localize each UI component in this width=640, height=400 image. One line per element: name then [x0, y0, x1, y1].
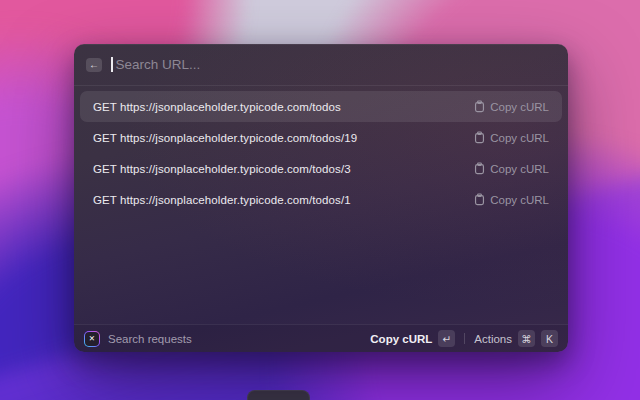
k-key: K: [541, 330, 558, 347]
extension-icon-glyph: ✕: [89, 335, 95, 343]
results-list: GET https://jsonplaceholder.typicode.com…: [74, 86, 568, 215]
dock-peek: [247, 390, 310, 400]
footer-actions: Copy cURL ↵ Actions ⌘ K: [370, 330, 558, 347]
search-input[interactable]: Search URL...: [113, 44, 557, 85]
row-action: Copy cURL: [474, 193, 549, 206]
primary-action-button[interactable]: Copy cURL: [370, 333, 432, 345]
row-action: Copy cURL: [474, 162, 549, 175]
extension-icon: ✕: [84, 331, 100, 347]
row-action: Copy cURL: [474, 131, 549, 144]
row-action-label: Copy cURL: [490, 132, 549, 144]
clipboard-icon: [474, 193, 485, 206]
request-row[interactable]: GET https://jsonplaceholder.typicode.com…: [80, 91, 562, 122]
footer: ✕ Search requests Copy cURL ↵ Actions ⌘ …: [74, 324, 568, 352]
clipboard-icon: [474, 131, 485, 144]
search-bar: ← Search URL...: [74, 44, 568, 86]
row-action-label: Copy cURL: [490, 194, 549, 206]
request-row[interactable]: GET https://jsonplaceholder.typicode.com…: [80, 184, 562, 215]
request-label: GET https://jsonplaceholder.typicode.com…: [93, 194, 351, 206]
return-key: ↵: [438, 330, 455, 347]
request-label: GET https://jsonplaceholder.typicode.com…: [93, 101, 341, 113]
request-row[interactable]: GET https://jsonplaceholder.typicode.com…: [80, 122, 562, 153]
clipboard-icon: [474, 100, 485, 113]
row-action: Copy cURL: [474, 100, 549, 113]
back-arrow-icon: ←: [89, 60, 99, 70]
command-palette-window: ← Search URL... GET https://jsonplacehol…: [74, 44, 568, 352]
search-placeholder: Search URL...: [116, 57, 201, 72]
request-row[interactable]: GET https://jsonplaceholder.typicode.com…: [80, 153, 562, 184]
results-empty-area: [74, 215, 568, 324]
footer-command-label: Search requests: [108, 333, 192, 345]
request-label: GET https://jsonplaceholder.typicode.com…: [93, 163, 351, 175]
clipboard-icon: [474, 162, 485, 175]
footer-divider: [464, 333, 465, 344]
back-button[interactable]: ←: [86, 58, 102, 72]
actions-button[interactable]: Actions: [474, 333, 512, 345]
row-action-label: Copy cURL: [490, 163, 549, 175]
row-action-label: Copy cURL: [490, 101, 549, 113]
command-key: ⌘: [518, 330, 535, 347]
request-label: GET https://jsonplaceholder.typicode.com…: [93, 132, 357, 144]
